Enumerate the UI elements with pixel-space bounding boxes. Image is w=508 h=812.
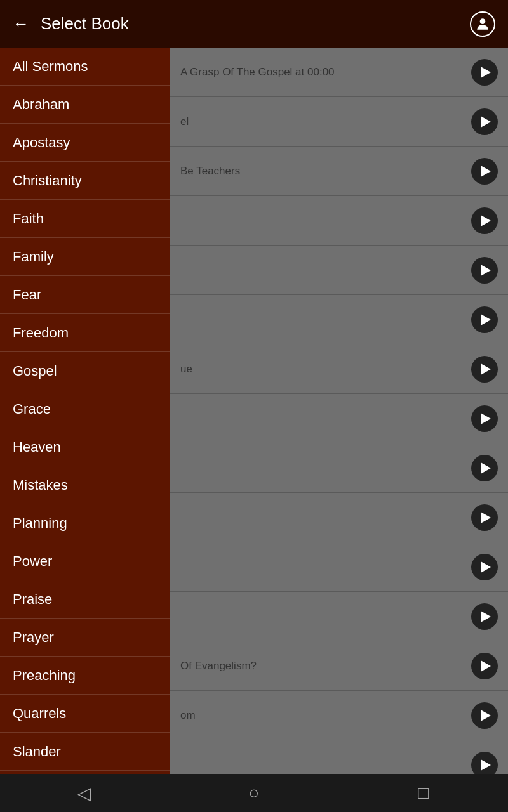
nav-home-button[interactable]: ○ <box>235 774 273 812</box>
table-row: A Grasp Of The Gospel at 00:00 <box>170 48 508 97</box>
play-button[interactable] <box>471 702 498 729</box>
play-button[interactable] <box>471 207 498 234</box>
drawer-item[interactable]: Slander <box>0 733 170 771</box>
play-button[interactable] <box>471 554 498 580</box>
play-button[interactable] <box>471 603 498 630</box>
play-button[interactable] <box>471 158 498 185</box>
play-button[interactable] <box>471 306 498 333</box>
sermon-list: A Grasp Of The Gospel at 00:00elBe Teach… <box>170 48 508 787</box>
table-row <box>170 394 508 443</box>
bottom-navigation: ◁ ○ □ <box>0 774 508 812</box>
drawer-item[interactable]: All Sermons <box>0 48 170 86</box>
drawer-item[interactable]: Praise <box>0 580 170 619</box>
table-row: Be Teachers <box>170 147 508 196</box>
play-button[interactable] <box>471 59 498 86</box>
drawer-item[interactable]: Heaven <box>0 428 170 466</box>
sermon-title: ue <box>180 363 471 376</box>
table-row: Of Evangelism? <box>170 641 508 691</box>
drawer-item[interactable]: Preaching <box>0 657 170 695</box>
table-row <box>170 493 508 542</box>
drawer-item[interactable]: Planning <box>0 504 170 542</box>
sermon-title: Of Evangelism? <box>180 660 471 672</box>
sermon-title: A Grasp Of The Gospel at 00:00 <box>180 66 471 79</box>
drawer-item[interactable]: Abraham <box>0 86 170 124</box>
table-row <box>170 246 508 295</box>
play-button[interactable] <box>471 257 498 284</box>
table-row <box>170 592 508 641</box>
nav-back-button[interactable]: ◁ <box>65 774 104 812</box>
header-left: ← Select Book <box>13 14 129 34</box>
play-button[interactable] <box>471 653 498 679</box>
drawer-item[interactable]: Freedom <box>0 314 170 352</box>
drawer-item[interactable]: Faith <box>0 200 170 238</box>
drawer-item[interactable]: Mistakes <box>0 466 170 504</box>
table-row <box>170 295 508 344</box>
drawer-item[interactable]: Prayer <box>0 619 170 657</box>
table-row: el <box>170 97 508 147</box>
play-button[interactable] <box>471 455 498 481</box>
drawer-item[interactable]: Grace <box>0 390 170 428</box>
drawer-item[interactable]: Fear <box>0 276 170 314</box>
drawer-item[interactable]: Gospel <box>0 352 170 390</box>
profile-icon[interactable] <box>470 11 495 37</box>
app-header: ← Select Book <box>0 0 508 48</box>
back-button[interactable]: ← <box>13 14 29 34</box>
book-drawer: All SermonsAbrahamApostasyChristianityFa… <box>0 48 170 787</box>
drawer-item[interactable]: Quarrels <box>0 695 170 733</box>
play-button[interactable] <box>471 108 498 135</box>
play-button[interactable] <box>471 356 498 383</box>
drawer-item[interactable]: Christianity <box>0 162 170 200</box>
table-row: ue <box>170 344 508 394</box>
sermon-title: om <box>180 709 471 722</box>
play-button[interactable] <box>471 405 498 432</box>
sermon-title: Be Teachers <box>180 165 471 178</box>
drawer-item[interactable]: Power <box>0 542 170 580</box>
drawer-item[interactable]: Family <box>0 238 170 276</box>
svg-point-0 <box>480 18 486 24</box>
page-title: Select Book <box>41 14 129 34</box>
nav-recents-button[interactable]: □ <box>404 774 443 812</box>
sermon-title: el <box>180 115 471 128</box>
table-row <box>170 443 508 493</box>
table-row: om <box>170 691 508 740</box>
table-row <box>170 542 508 592</box>
drawer-item[interactable]: Apostasy <box>0 124 170 162</box>
table-row <box>170 196 508 246</box>
play-button[interactable] <box>471 504 498 531</box>
